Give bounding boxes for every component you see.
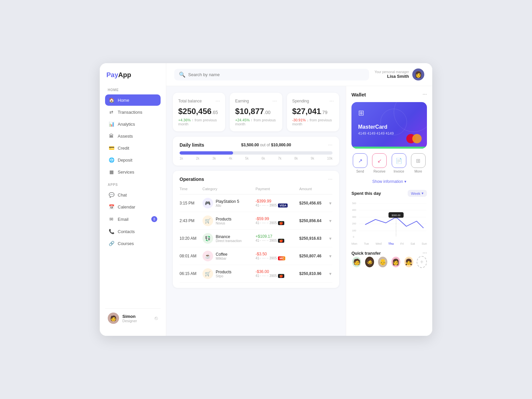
sidebar-item-credit[interactable]: 💳 Credit <box>105 142 161 154</box>
wallet-title: Wallet ··· <box>351 91 427 97</box>
sidebar-item-deposit[interactable]: 🌐 Deposit <box>105 154 161 166</box>
logo-pay: Pay <box>106 71 118 78</box>
stat-balance-dots[interactable]: ··· <box>215 98 220 104</box>
manager-info: Your personal manager Lisa Smith 👩 <box>374 68 424 80</box>
op-payment-cell: -$36.00 41·· ···· ·· 3905🍎 <box>256 265 299 283</box>
op-payment-cell: +$109.17 41·· ···· ·· 3905🍎 <box>256 230 299 247</box>
daily-limits-title: Daily limits <box>180 142 204 148</box>
wallet-invoice-btn[interactable]: 📄 Invoice <box>390 153 408 173</box>
operations-dots[interactable]: ··· <box>328 176 332 182</box>
row-expand-button[interactable]: ▾ <box>329 271 332 276</box>
row-expand-button[interactable]: ▾ <box>329 253 332 259</box>
operations-table: Time Category Payment Amount 3:15 PM 🎮 <box>180 187 332 283</box>
card-mc-logo <box>406 134 422 143</box>
center-panel: Total balance ··· $250,456.65 +4.36% ↑ f… <box>166 86 346 336</box>
quick-transfer-dots[interactable]: ··· <box>423 250 427 256</box>
stat-spending-value: $27,041.79 <box>292 107 334 116</box>
sidebar-item-chat-label: Chat <box>118 193 127 198</box>
main-content: 🔍 Your personal manager Lisa Smith 👩 Tot… <box>166 63 432 336</box>
op-payment-cell: -$3.50 41·· ···· ·· 3905MC <box>256 247 299 265</box>
search-box[interactable]: 🔍 <box>174 69 369 80</box>
sidebar-item-deposit-label: Deposit <box>118 158 132 163</box>
invoice-icon-box: 📄 <box>392 153 406 168</box>
logo-app: App <box>118 71 131 78</box>
sidebar-item-calendar[interactable]: 📅 Calendar <box>105 201 161 212</box>
row-expand-button[interactable]: ▾ <box>329 218 332 223</box>
svg-text:100: 100 <box>352 229 356 232</box>
sidebar-item-chat[interactable]: 💬 Chat <box>105 189 161 200</box>
wallet-send-btn[interactable]: ↗ Send <box>351 153 369 173</box>
op-payment-cell: -$59.99 41·· ···· ·· 3905🍎 <box>256 212 299 230</box>
chat-icon: 💬 <box>108 192 114 198</box>
right-panel: Wallet ··· ⊞ MasterCard 4149 4149 4149 4… <box>346 86 432 336</box>
search-icon: 🔍 <box>179 71 186 78</box>
transfer-avatar-5[interactable]: 👧 <box>404 256 414 268</box>
sidebar-item-services[interactable]: ▦ Services <box>105 166 161 178</box>
spent-chart-svg: 500 400 300 200 100 0 <box>351 200 427 239</box>
transfer-avatar-2[interactable]: 🧔 <box>364 256 375 268</box>
sidebar: PayApp HOME 🏠 Home ⇄ Transactions 📊 Anal… <box>100 63 166 336</box>
wallet-dots[interactable]: ··· <box>423 91 427 97</box>
card-green-bar <box>351 147 427 149</box>
sidebar-item-home[interactable]: 🏠 Home <box>105 94 161 106</box>
op-card-info: 41·· ···· ·· 3905🍎 <box>256 274 299 278</box>
wallet-more-btn[interactable]: ⊞ More <box>410 153 427 173</box>
manager-name: Lisa Smith <box>374 74 409 79</box>
daily-limits-values: $3,500.00 out of $10,000.00 <box>241 143 291 147</box>
add-transfer-button[interactable]: + <box>417 256 427 268</box>
op-cat-name: Binance <box>216 234 242 239</box>
row-expand-button[interactable]: ▾ <box>329 200 332 206</box>
search-input[interactable] <box>188 72 364 77</box>
svg-text:500: 500 <box>352 202 356 205</box>
op-category-icon: 🎮 <box>202 198 213 208</box>
sidebar-item-assests[interactable]: 🏛 Assests <box>105 130 161 142</box>
send-label: Send <box>356 170 364 173</box>
op-card-info: 41·· ···· ·· 3905🍎 <box>256 221 299 225</box>
stat-earning-dots[interactable]: ··· <box>272 98 277 104</box>
op-cat-sub: Direct transaction <box>216 239 242 243</box>
sidebar-item-contacts[interactable]: 📞 Contacts <box>105 226 161 237</box>
col-time: Time <box>180 187 202 195</box>
op-payment: -$36.00 <box>256 269 299 274</box>
stat-balance-title: Total balance ··· <box>178 98 220 104</box>
op-cat-sub: Sitpo <box>216 274 231 278</box>
show-info-button[interactable]: Show information ▾ <box>351 178 427 185</box>
sidebar-item-courses[interactable]: 🔗 Courses <box>105 238 161 249</box>
credit-card: ⊞ MasterCard 4149 4149 4149 4149 <box>351 102 427 149</box>
week-button[interactable]: Week ▾ <box>408 190 427 197</box>
email-badge: 8 <box>151 216 157 222</box>
contacts-icon: 📞 <box>108 229 114 234</box>
receive-icon-box: ↙ <box>372 153 387 168</box>
daily-limits-dots[interactable]: ··· <box>328 142 332 148</box>
user-role: Designer <box>122 319 137 323</box>
sidebar-item-analytics[interactable]: 📊 Analytics <box>105 118 161 130</box>
send-icon-box: ↗ <box>353 153 367 168</box>
logout-button[interactable]: ⎋ <box>155 315 158 321</box>
op-amount: $250,456.65 <box>299 195 329 212</box>
deposit-icon: 🌐 <box>108 157 114 163</box>
transfer-avatar-3[interactable]: 👴 <box>377 256 388 268</box>
op-category-info: Coffee Milkbar <box>216 252 227 260</box>
body-split: Total balance ··· $250,456.65 +4.36% ↑ f… <box>166 86 432 336</box>
sidebar-item-email-label: Email <box>118 217 129 222</box>
apps-section-label: APPS <box>105 183 161 187</box>
stat-card-balance: Total balance ··· $250,456.65 +4.36% ↑ f… <box>173 93 225 131</box>
stat-spending-dots[interactable]: ··· <box>330 98 334 104</box>
table-row: 08:01 AM ☕ Coffee Milkbar -$3.50 41·· ··… <box>180 247 332 265</box>
sidebar-item-credit-label: Credit <box>118 146 129 151</box>
table-row: 06:15 AM 🛒 Products Sitpo -$36.00 41·· ·… <box>180 265 332 283</box>
transfer-avatar-4[interactable]: 👩 <box>391 256 401 268</box>
sidebar-item-transactions-label: Transactions <box>118 110 142 115</box>
sidebar-item-email[interactable]: ✉ Email 8 <box>105 213 161 225</box>
sidebar-item-transactions[interactable]: ⇄ Transactions <box>105 106 161 118</box>
sidebar-item-courses-label: Courses <box>118 241 134 246</box>
stat-card-spending: Spending ··· $27,041.79 -30.91% ↓ from p… <box>287 93 339 131</box>
row-expand-button[interactable]: ▾ <box>329 236 332 241</box>
svg-text:$300.00: $300.00 <box>392 214 400 217</box>
op-category-cell: ☕ Coffee Milkbar <box>202 247 256 265</box>
wallet-receive-btn[interactable]: ↙ Receive <box>371 153 388 173</box>
more-icon-box: ⊞ <box>411 153 426 168</box>
operations-header: Operations ··· <box>180 176 332 182</box>
transfer-avatar-1[interactable]: 🧑 <box>351 256 362 268</box>
home-section-label: HOME <box>105 88 161 92</box>
